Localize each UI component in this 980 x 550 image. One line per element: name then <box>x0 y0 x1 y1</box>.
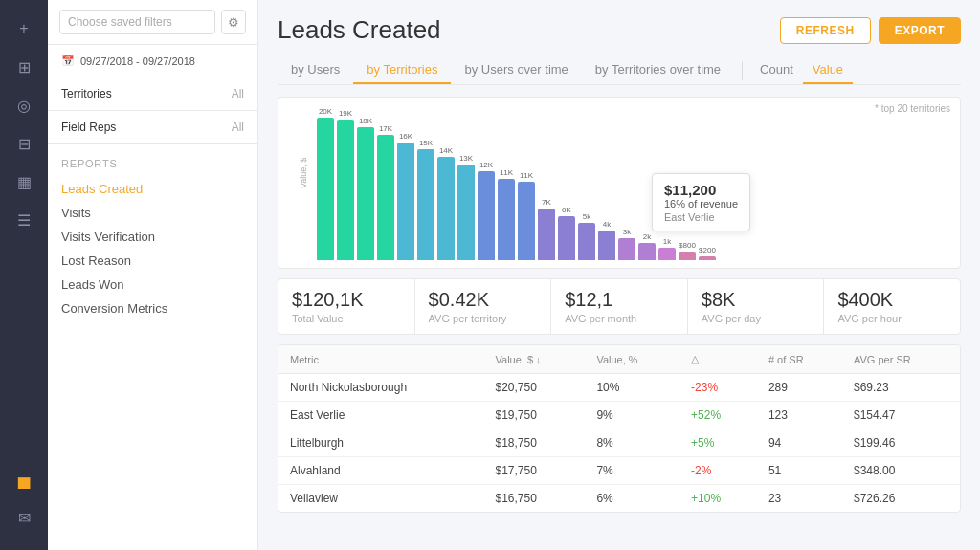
data-table: Metric Value, $ ↓ Value, % △ # of SR AVG… <box>278 345 960 512</box>
tab-by-users-over-time[interactable]: by Users over time <box>451 56 581 84</box>
location-icon[interactable]: ◎ <box>7 88 41 122</box>
bar[interactable] <box>518 182 535 260</box>
bar-wrapper[interactable]: 15K <box>417 107 434 260</box>
bar-wrapper[interactable]: 11K <box>498 107 515 260</box>
chart-icon[interactable]: ▅ <box>7 462 41 496</box>
filter-icon[interactable]: ⊟ <box>7 126 41 161</box>
col-sr[interactable]: # of SR <box>757 345 842 374</box>
bar[interactable] <box>377 135 394 260</box>
bar[interactable] <box>638 243 656 260</box>
chat-icon[interactable]: ✉ <box>7 500 41 535</box>
bar-label: 20K <box>319 107 332 116</box>
bar-wrapper[interactable]: 1k <box>658 107 676 260</box>
col-avg-sr[interactable]: AVG per SR <box>842 345 960 374</box>
bar-wrapper[interactable]: 13K <box>457 107 475 260</box>
bar[interactable] <box>397 143 414 260</box>
bar-wrapper[interactable]: 17K <box>377 107 394 260</box>
col-delta[interactable]: △ <box>679 345 757 374</box>
cell-value-pct: 9% <box>585 402 679 429</box>
bar-label: 4k <box>603 220 611 229</box>
bar-wrapper[interactable]: 7K <box>538 107 555 260</box>
report-item-visits[interactable]: Visits <box>61 201 244 225</box>
bar-label: 3k <box>623 228 631 236</box>
report-item-leads-won[interactable]: Leads Won <box>61 273 244 297</box>
cell-sr: 23 <box>757 485 842 513</box>
table-container: Metric Value, $ ↓ Value, % △ # of SR AVG… <box>278 344 961 513</box>
cell-value-dollar: $18,750 <box>484 429 586 457</box>
bar-wrapper[interactable]: 18K <box>357 107 374 260</box>
bar-wrapper[interactable]: 11K <box>518 107 535 260</box>
gear-icon[interactable]: ⚙ <box>221 10 246 34</box>
territories-label: Territories <box>61 87 112 100</box>
bar[interactable] <box>498 179 515 260</box>
tab-count[interactable]: Count <box>750 56 803 84</box>
bar-wrapper[interactable]: 2k <box>638 107 656 260</box>
refresh-button[interactable]: REFRESH <box>780 17 871 44</box>
bar-wrapper[interactable]: 20K <box>317 107 334 260</box>
report-item-visits-verification[interactable]: Visits Verification <box>61 225 244 249</box>
field-reps-filter: Field Reps All <box>48 111 257 144</box>
bar-wrapper[interactable]: 12K <box>478 107 495 260</box>
bar-label: 17K <box>379 124 392 133</box>
date-range-text: 09/27/2018 - 09/27/2018 <box>80 55 195 67</box>
cell-avg-sr: $69.23 <box>842 374 960 402</box>
bar[interactable] <box>538 209 555 260</box>
page-title: Leads Created <box>278 15 441 45</box>
sidebar: + ⊞ ◎ ⊟ ▦ ☰ ▅ ✉ <box>0 0 48 550</box>
report-item-leads-created[interactable]: Leads Created <box>61 177 244 201</box>
stat-avg-month: $12,1 AVG per month <box>551 279 688 334</box>
bar-label: 5k <box>583 212 590 221</box>
bar[interactable] <box>457 165 475 260</box>
report-item-lost-reason[interactable]: Lost Reason <box>61 249 244 273</box>
col-value-pct[interactable]: Value, % <box>585 345 679 374</box>
bar-label: 14K <box>439 146 453 155</box>
bar-label: 11K <box>500 168 513 177</box>
grid-icon[interactable]: ⊞ <box>7 50 41 84</box>
bar[interactable] <box>618 238 635 260</box>
bar-wrapper[interactable]: 3k <box>618 107 635 260</box>
calendar-icon[interactable]: ▦ <box>7 165 41 199</box>
cell-avg-sr: $348.00 <box>842 457 960 485</box>
bar-wrapper[interactable]: 5k <box>578 107 595 260</box>
table-row: North Nickolasborough$20,75010%-23%289$6… <box>278 374 960 402</box>
bar[interactable] <box>578 223 595 260</box>
col-value-dollar[interactable]: Value, $ ↓ <box>484 345 586 374</box>
bar-wrapper[interactable]: 4k <box>598 107 615 260</box>
bar-label: 13K <box>459 154 473 163</box>
tab-by-users[interactable]: by Users <box>278 56 353 84</box>
cell-metric: North Nickolasborough <box>278 374 484 402</box>
cell-value-dollar: $17,750 <box>484 457 586 485</box>
tab-value[interactable]: Value <box>803 56 853 84</box>
bar[interactable] <box>437 157 455 260</box>
bar-wrapper[interactable]: 14K <box>437 107 455 260</box>
cell-value-pct: 8% <box>585 429 679 457</box>
bar-wrapper[interactable]: 16K <box>397 107 414 260</box>
add-icon[interactable]: + <box>7 11 41 46</box>
cell-metric: Vellaview <box>278 485 484 513</box>
bar-wrapper[interactable]: 6K <box>558 107 575 260</box>
report-item-conversion-metrics[interactable]: Conversion Metrics <box>61 297 244 320</box>
territories-value: All <box>232 87 244 100</box>
bar[interactable] <box>417 149 434 260</box>
bar[interactable] <box>598 231 615 260</box>
bar[interactable] <box>478 171 495 260</box>
tab-by-territories-over-time[interactable]: by Territories over time <box>582 56 734 84</box>
bar[interactable] <box>679 252 696 260</box>
document-icon[interactable]: ☰ <box>7 203 41 237</box>
cell-sr: 289 <box>757 374 842 402</box>
bar[interactable] <box>357 127 374 260</box>
bar-wrapper[interactable]: $200 <box>699 107 716 260</box>
bar[interactable] <box>558 216 575 260</box>
cell-delta: -23% <box>679 374 757 402</box>
bar[interactable] <box>337 120 354 260</box>
saved-filters-select[interactable]: Choose saved filters <box>59 10 215 34</box>
bar[interactable] <box>317 118 334 260</box>
bar-wrapper[interactable]: $800 <box>679 107 696 260</box>
tab-by-territories[interactable]: by Territories <box>353 56 451 84</box>
bar[interactable] <box>699 256 716 260</box>
export-button[interactable]: EXPORT <box>879 17 961 44</box>
stat-avg-territory: $0.42K AVG per territory <box>415 279 552 334</box>
bar[interactable] <box>658 248 676 260</box>
cell-metric: Alvahland <box>278 457 484 485</box>
bar-wrapper[interactable]: 19K <box>337 107 354 260</box>
